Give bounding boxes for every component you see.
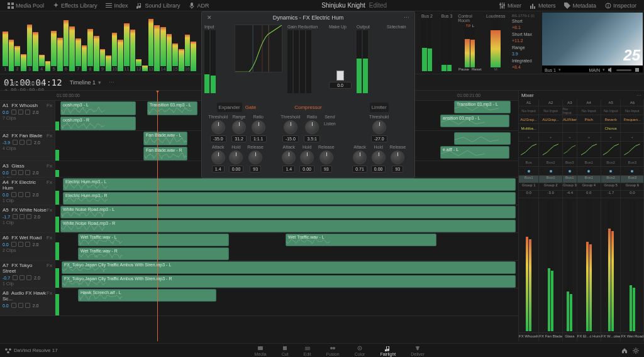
fader[interactable] — [539, 198, 562, 332]
arm-icon[interactable] — [11, 192, 16, 197]
track-header[interactable]: A2 FX Fan BladeFx -3.92.0 4 Clips — [0, 131, 55, 161]
playhead[interactable] — [157, 91, 158, 341]
mute-icon[interactable] — [25, 110, 30, 115]
bus-select[interactable]: Bus 1 — [545, 68, 556, 72]
pause-button[interactable]: Pause — [458, 67, 469, 71]
solo-icon[interactable] — [18, 110, 23, 115]
track-lane[interactable]: FX_Tokyo Japan City Traffic Ambos With S… — [59, 261, 518, 288]
audio-clip[interactable]: Hawk Screech.aif - L — [78, 289, 216, 302]
comp-release-knob[interactable] — [319, 150, 333, 164]
mute-icon[interactable] — [25, 242, 30, 247]
gate-hold-knob[interactable] — [229, 150, 243, 164]
audio-clip[interactable]: e.aiff - L — [440, 146, 509, 159]
track-header[interactable]: A4 FX Electric HumFx 0.02.0 1 Clip — [0, 178, 55, 205]
mute-icon[interactable] — [26, 214, 31, 219]
timeline-dropdown[interactable]: Timeline 1 — [70, 79, 96, 86]
audio-clip[interactable]: FX_Tokyo Japan City Traffic Ambos With S… — [62, 275, 516, 288]
speaker-icon[interactable] — [608, 67, 614, 73]
nav-page-fusion[interactable]: Fusion — [326, 345, 340, 356]
nav-page-media[interactable]: Media — [255, 345, 267, 356]
track-lane[interactable]: Wet Traffic.wav - LWet Traffic.wav - LWe… — [59, 233, 518, 260]
lim-attack-knob[interactable] — [353, 150, 367, 164]
fader[interactable] — [601, 198, 621, 332]
audio-clip[interactable]: oosh.mp3 - L — [60, 101, 136, 115]
home-icon[interactable] — [621, 348, 628, 354]
track-header[interactable]: A8 Audio FX Hawk Sc...Fx 0.02.0 — [0, 288, 55, 315]
lim-release-knob[interactable] — [391, 150, 404, 164]
audio-clip[interactable]: Fan Blade.wav - L — [143, 132, 187, 145]
volume-slider[interactable] — [616, 69, 631, 71]
options-icon[interactable]: ⋯ — [109, 79, 114, 86]
audio-clip[interactable]: Electric Hum.mp3 - R — [63, 192, 516, 205]
mixer-strip[interactable]: A1 No Input AUGrap... Multiba... + Bus B… — [519, 99, 539, 341]
mixer-strip[interactable]: A3 No Input AUFilter + Bus3 Bus1 Group 3… — [563, 99, 577, 341]
nav-page-deliver[interactable]: Deliver — [411, 345, 425, 356]
audio-clip[interactable]: FX_Tokyo Japan City Traffic Ambos With S… — [62, 261, 516, 274]
nav-page-fairlight[interactable]: Fairlight — [380, 345, 396, 356]
mixer-strip[interactable]: A4 No Input Pitch + Bus1 Bus1 Group 4 0.… — [577, 99, 601, 341]
track-lane[interactable]: Hawk Screech.aif - L — [59, 288, 518, 315]
arm-icon[interactable] — [13, 275, 18, 280]
gate-threshold-knob[interactable] — [211, 120, 225, 134]
gate-release-knob[interactable] — [248, 150, 262, 164]
nav-page-color[interactable]: Color — [355, 345, 365, 356]
expander-tab[interactable]: Expander — [217, 103, 242, 112]
arm-icon[interactable] — [11, 110, 16, 115]
compressor-tab[interactable]: Compressor — [292, 103, 324, 112]
mute-icon[interactable] — [26, 275, 31, 280]
effects-library-button[interactable]: Effects Library — [49, 1, 101, 10]
main-select[interactable]: MAIN — [589, 68, 601, 72]
mixer-toggle[interactable]: Mixer — [496, 1, 525, 10]
nav-page-cut[interactable]: Cut — [282, 345, 289, 356]
solo-icon[interactable] — [18, 242, 23, 247]
lim-threshold-knob[interactable] — [372, 120, 386, 134]
reset-button[interactable]: Reset — [472, 67, 482, 71]
audio-clip[interactable] — [454, 132, 511, 145]
arm-icon[interactable] — [11, 303, 16, 308]
listen-button[interactable]: Listen — [324, 122, 336, 126]
comp-attack-knob[interactable] — [282, 150, 296, 164]
meters-toggle[interactable]: Meters — [526, 1, 560, 10]
track-header[interactable]: A5 FX White NoiseFx -1.72.0 1 Clip — [0, 205, 55, 232]
mixer-strip[interactable]: A5 No Input Reverb Chorus + Bus2 Bus2 Gr… — [601, 99, 621, 341]
audio-clip[interactable]: Electric Hum.mp3 - L — [63, 178, 516, 191]
arm-icon[interactable] — [11, 242, 16, 247]
audio-clip[interactable]: White Noise Road.mp3 - R — [60, 220, 516, 232]
arm-icon[interactable] — [13, 214, 18, 219]
options-icon[interactable]: ⋯ — [404, 14, 409, 21]
track-lane[interactable]: Electric Hum.mp3 - LElectric Hum.mp3 - R — [59, 178, 518, 205]
comp-hold-knob[interactable] — [300, 150, 314, 164]
fader[interactable] — [621, 198, 643, 332]
comp-threshold-knob[interactable] — [284, 120, 297, 134]
arm-icon[interactable] — [13, 140, 18, 145]
dim-icon[interactable] — [634, 67, 640, 73]
gate-tab[interactable]: Gate — [243, 103, 258, 112]
track-header[interactable]: A1 FX WhooshFx 0.02.0 7 Clips — [0, 101, 55, 130]
audio-clip[interactable]: ansition 03.mp3 - L — [440, 115, 509, 127]
track-lane[interactable]: White Noise Road.mp3 - LWhite Noise Road… — [59, 205, 518, 232]
gear-icon[interactable] — [633, 348, 639, 354]
index-button[interactable]: Index — [102, 1, 131, 10]
audio-clip[interactable]: Transition 03.mp3 - L — [454, 101, 511, 113]
inspector-toggle[interactable]: Inspector — [601, 1, 640, 10]
dynamics-curve[interactable] — [235, 25, 282, 72]
send-button[interactable]: Send — [325, 115, 335, 119]
audio-clip[interactable]: Wet Traffic.wav - L — [286, 234, 436, 246]
gate-range-knob[interactable] — [232, 120, 246, 134]
audio-clip[interactable]: Wet Traffic.wav - L — [78, 234, 229, 246]
mute-icon[interactable] — [25, 303, 30, 308]
arm-icon[interactable] — [11, 170, 16, 175]
comp-ratio-knob[interactable] — [305, 120, 319, 134]
audio-clip[interactable]: White Noise Road.mp3 - L — [60, 206, 516, 218]
solo-icon[interactable] — [18, 170, 23, 175]
solo-icon[interactable] — [18, 192, 23, 197]
mute-icon[interactable] — [25, 170, 30, 175]
gate-attack-knob[interactable] — [211, 150, 225, 164]
fader[interactable] — [519, 198, 538, 332]
mixer-strip[interactable]: A6 No Input Frequen... + Bus3 Bus3 Group… — [621, 99, 644, 341]
audio-clip[interactable]: Wet Traffic.wav - R — [78, 247, 229, 260]
limiter-tab[interactable]: Limiter — [370, 103, 389, 112]
mute-icon[interactable] — [25, 192, 30, 197]
solo-icon[interactable] — [19, 214, 25, 219]
mixer-strip[interactable]: A2 No Input AUGrap... + Bus2 Bus1 Group … — [539, 99, 563, 341]
